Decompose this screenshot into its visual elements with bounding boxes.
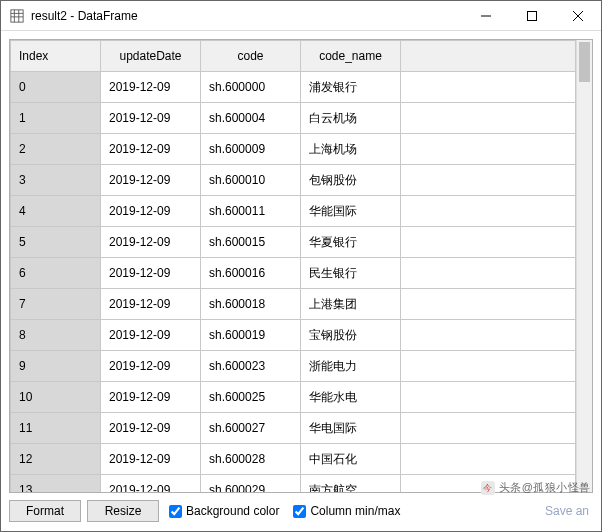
- cell-code[interactable]: sh.600016: [201, 258, 301, 289]
- cell-code-name[interactable]: 浙能电力: [301, 351, 401, 382]
- cell-code-name[interactable]: 华能水电: [301, 382, 401, 413]
- cell-updateDate[interactable]: 2019-12-09: [101, 258, 201, 289]
- cell-code[interactable]: sh.600011: [201, 196, 301, 227]
- cell-index[interactable]: 2: [11, 134, 101, 165]
- cell-code-name[interactable]: 白云机场: [301, 103, 401, 134]
- minmax-checkbox-label[interactable]: Column min/max: [289, 504, 404, 518]
- cell-index[interactable]: 12: [11, 444, 101, 475]
- dataframe-table-frame: Index updateDate code code_name 02019-12…: [9, 39, 593, 493]
- cell-code[interactable]: sh.600019: [201, 320, 301, 351]
- cell-code-name[interactable]: 民生银行: [301, 258, 401, 289]
- table-row[interactable]: 72019-12-09sh.600018上港集团: [11, 289, 576, 320]
- cell-updateDate[interactable]: 2019-12-09: [101, 72, 201, 103]
- cell-updateDate[interactable]: 2019-12-09: [101, 196, 201, 227]
- table-row[interactable]: 102019-12-09sh.600025华能水电: [11, 382, 576, 413]
- cell-updateDate[interactable]: 2019-12-09: [101, 165, 201, 196]
- dataframe-table: Index updateDate code code_name 02019-12…: [10, 40, 576, 492]
- col-header-code[interactable]: code: [201, 41, 301, 72]
- titlebar: result2 - DataFrame: [1, 1, 601, 31]
- cell-index[interactable]: 0: [11, 72, 101, 103]
- cell-empty: [401, 103, 576, 134]
- cell-code[interactable]: sh.600029: [201, 475, 301, 493]
- cell-code[interactable]: sh.600018: [201, 289, 301, 320]
- cell-updateDate[interactable]: 2019-12-09: [101, 444, 201, 475]
- cell-empty: [401, 351, 576, 382]
- cell-code-name[interactable]: 中国石化: [301, 444, 401, 475]
- bgcolor-checkbox[interactable]: [169, 505, 182, 518]
- close-button[interactable]: [555, 1, 601, 31]
- table-row[interactable]: 02019-12-09sh.600000浦发银行: [11, 72, 576, 103]
- col-header-index[interactable]: Index: [11, 41, 101, 72]
- cell-index[interactable]: 13: [11, 475, 101, 493]
- cell-empty: [401, 475, 576, 493]
- table-row[interactable]: 12019-12-09sh.600004白云机场: [11, 103, 576, 134]
- maximize-button[interactable]: [509, 1, 555, 31]
- table-row[interactable]: 132019-12-09sh.600029南方航空: [11, 475, 576, 493]
- table-row[interactable]: 32019-12-09sh.600010包钢股份: [11, 165, 576, 196]
- cell-index[interactable]: 3: [11, 165, 101, 196]
- cell-code-name[interactable]: 宝钢股份: [301, 320, 401, 351]
- cell-index[interactable]: 4: [11, 196, 101, 227]
- table-row[interactable]: 62019-12-09sh.600016民生银行: [11, 258, 576, 289]
- cell-index[interactable]: 11: [11, 413, 101, 444]
- cell-updateDate[interactable]: 2019-12-09: [101, 413, 201, 444]
- cell-index[interactable]: 1: [11, 103, 101, 134]
- cell-code-name[interactable]: 上港集团: [301, 289, 401, 320]
- cell-code[interactable]: sh.600000: [201, 72, 301, 103]
- save-link[interactable]: Save an: [545, 504, 593, 518]
- cell-index[interactable]: 6: [11, 258, 101, 289]
- header-row: Index updateDate code code_name: [11, 41, 576, 72]
- cell-updateDate[interactable]: 2019-12-09: [101, 227, 201, 258]
- cell-code-name[interactable]: 上海机场: [301, 134, 401, 165]
- format-button[interactable]: Format: [9, 500, 81, 522]
- cell-code[interactable]: sh.600023: [201, 351, 301, 382]
- cell-code-name[interactable]: 包钢股份: [301, 165, 401, 196]
- cell-code-name[interactable]: 南方航空: [301, 475, 401, 493]
- table-row[interactable]: 22019-12-09sh.600009上海机场: [11, 134, 576, 165]
- cell-empty: [401, 289, 576, 320]
- cell-code[interactable]: sh.600028: [201, 444, 301, 475]
- minimize-button[interactable]: [463, 1, 509, 31]
- cell-code-name[interactable]: 浦发银行: [301, 72, 401, 103]
- cell-index[interactable]: 10: [11, 382, 101, 413]
- table-row[interactable]: 42019-12-09sh.600011华能国际: [11, 196, 576, 227]
- cell-updateDate[interactable]: 2019-12-09: [101, 475, 201, 493]
- cell-updateDate[interactable]: 2019-12-09: [101, 289, 201, 320]
- bgcolor-label: Background color: [186, 504, 279, 518]
- cell-empty: [401, 413, 576, 444]
- minmax-checkbox[interactable]: [293, 505, 306, 518]
- resize-button[interactable]: Resize: [87, 500, 159, 522]
- cell-code-name[interactable]: 华能国际: [301, 196, 401, 227]
- cell-empty: [401, 227, 576, 258]
- table-row[interactable]: 92019-12-09sh.600023浙能电力: [11, 351, 576, 382]
- cell-code[interactable]: sh.600009: [201, 134, 301, 165]
- cell-index[interactable]: 7: [11, 289, 101, 320]
- cell-code[interactable]: sh.600004: [201, 103, 301, 134]
- cell-code-name[interactable]: 华电国际: [301, 413, 401, 444]
- cell-updateDate[interactable]: 2019-12-09: [101, 382, 201, 413]
- col-header-code-name[interactable]: code_name: [301, 41, 401, 72]
- cell-code[interactable]: sh.600015: [201, 227, 301, 258]
- dataframe-scroll[interactable]: Index updateDate code code_name 02019-12…: [10, 40, 576, 492]
- scrollbar-thumb[interactable]: [579, 42, 590, 82]
- cell-updateDate[interactable]: 2019-12-09: [101, 134, 201, 165]
- cell-code[interactable]: sh.600027: [201, 413, 301, 444]
- table-row[interactable]: 112019-12-09sh.600027华电国际: [11, 413, 576, 444]
- table-row[interactable]: 52019-12-09sh.600015华夏银行: [11, 227, 576, 258]
- cell-code-name[interactable]: 华夏银行: [301, 227, 401, 258]
- cell-empty: [401, 72, 576, 103]
- cell-updateDate[interactable]: 2019-12-09: [101, 320, 201, 351]
- cell-updateDate[interactable]: 2019-12-09: [101, 351, 201, 382]
- vertical-scrollbar[interactable]: [576, 40, 592, 492]
- cell-index[interactable]: 8: [11, 320, 101, 351]
- cell-index[interactable]: 9: [11, 351, 101, 382]
- table-row[interactable]: 122019-12-09sh.600028中国石化: [11, 444, 576, 475]
- cell-updateDate[interactable]: 2019-12-09: [101, 103, 201, 134]
- col-header-updateDate[interactable]: updateDate: [101, 41, 201, 72]
- cell-index[interactable]: 5: [11, 227, 101, 258]
- cell-code[interactable]: sh.600025: [201, 382, 301, 413]
- table-row[interactable]: 82019-12-09sh.600019宝钢股份: [11, 320, 576, 351]
- bgcolor-checkbox-label[interactable]: Background color: [165, 504, 283, 518]
- cell-code[interactable]: sh.600010: [201, 165, 301, 196]
- cell-empty: [401, 382, 576, 413]
